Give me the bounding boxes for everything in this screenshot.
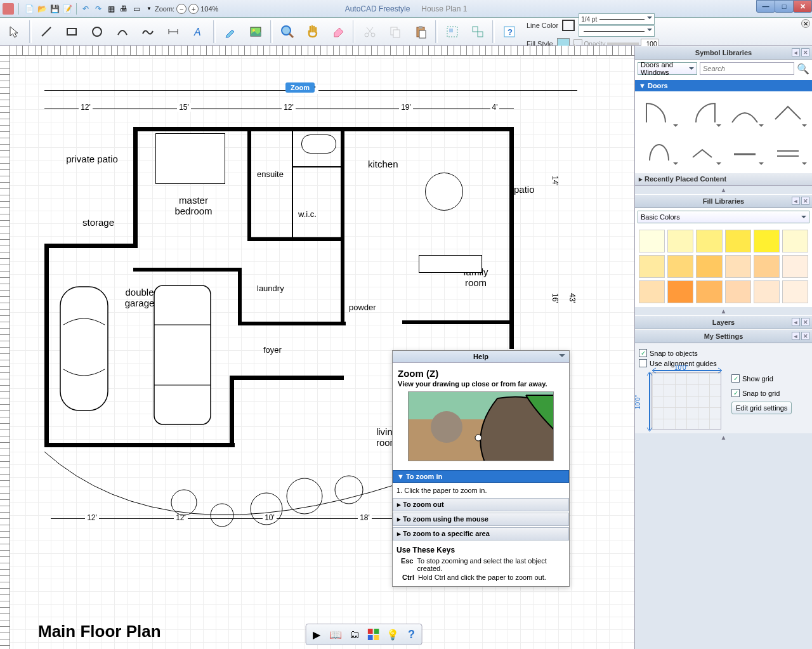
fill-swatch[interactable] xyxy=(725,230,751,252)
zoom-in-button[interactable]: + xyxy=(188,4,199,14)
help-tool[interactable]: ? xyxy=(497,20,521,44)
snap-grid-checkbox[interactable]: ✓ xyxy=(731,389,740,397)
library-icon[interactable]: 🗂 xyxy=(346,626,363,643)
help-section-zoom-mouse[interactable]: ▸ To zoom using the mouse xyxy=(393,513,569,526)
zoom-tool[interactable] xyxy=(275,20,299,44)
fill-swatch[interactable] xyxy=(696,255,722,278)
layout-icon[interactable]: ▦ xyxy=(105,3,117,15)
ungroup-tool[interactable] xyxy=(466,20,490,44)
panel-fill-libraries[interactable]: Fill Libraries◂✕ xyxy=(635,194,812,208)
freehand-tool[interactable] xyxy=(136,20,160,44)
zoom-out-button[interactable]: − xyxy=(176,4,187,14)
help-header[interactable]: Help xyxy=(393,351,569,363)
minimize-button[interactable]: — xyxy=(756,0,775,13)
panel-close-icon[interactable]: ✕ xyxy=(801,48,809,56)
group-tool[interactable] xyxy=(440,20,464,44)
panel-layers[interactable]: Layers◂✕ xyxy=(635,315,812,329)
cut-tool[interactable] xyxy=(358,20,382,44)
door-symbol[interactable] xyxy=(725,133,766,169)
toolbar-close-icon[interactable]: ✕ xyxy=(801,19,810,28)
door-symbol[interactable] xyxy=(768,95,808,131)
help-icon[interactable]: ? xyxy=(403,626,420,643)
door-symbol[interactable] xyxy=(725,95,766,131)
fill-swatch[interactable] xyxy=(725,280,751,303)
drawing-canvas[interactable]: 62' 12' 15' 12' 19' 4' 14' 16' 43' 12' 1… xyxy=(0,46,634,649)
collapse-arrow-icon[interactable]: ▲ xyxy=(635,433,812,649)
print-icon[interactable]: 🖶 xyxy=(118,3,129,15)
redo-icon[interactable]: ↷ xyxy=(93,3,104,15)
select-tool[interactable] xyxy=(3,20,27,44)
accordion-recent[interactable]: ▸ Recently Placed Content xyxy=(635,173,812,186)
line-color-swatch[interactable] xyxy=(562,20,575,31)
page-icon[interactable]: ▭ xyxy=(131,3,142,15)
fill-swatch[interactable] xyxy=(754,230,780,252)
fill-swatch[interactable] xyxy=(782,230,808,252)
fill-category-select[interactable]: Basic Colors xyxy=(638,211,809,223)
door-symbol[interactable] xyxy=(639,133,679,169)
image-tool[interactable] xyxy=(244,20,268,44)
fill-swatch[interactable] xyxy=(667,255,693,278)
fill-swatch[interactable] xyxy=(725,255,751,278)
paste-tool[interactable] xyxy=(409,20,433,44)
apps-icon[interactable] xyxy=(365,626,382,643)
book-icon[interactable]: 📖 xyxy=(327,626,344,643)
save-icon[interactable]: 💾 xyxy=(49,3,60,15)
dimension-tool[interactable] xyxy=(161,20,185,44)
fill-swatch[interactable] xyxy=(696,230,722,252)
help-section-zoom-out[interactable]: ▸ To zoom out xyxy=(393,498,569,511)
help-section-zoom-area[interactable]: ▸ To zoom to a specific area xyxy=(393,527,569,541)
edit-grid-button[interactable]: Edit grid settings xyxy=(731,402,792,414)
undo-icon[interactable]: ↶ xyxy=(80,3,91,15)
door-symbol[interactable] xyxy=(682,133,723,169)
fill-swatch[interactable] xyxy=(782,255,808,278)
symbol-category-select[interactable]: Doors and Windows xyxy=(638,62,697,75)
door-symbol[interactable] xyxy=(639,95,679,131)
fill-swatch[interactable] xyxy=(639,280,665,303)
svg-line-14 xyxy=(367,27,372,34)
copy-tool[interactable] xyxy=(383,20,407,44)
fill-swatch[interactable] xyxy=(667,230,693,252)
pan-tool[interactable] xyxy=(301,20,325,44)
opacity-slider[interactable] xyxy=(607,43,639,45)
fill-swatch[interactable] xyxy=(639,255,665,278)
line-tool[interactable] xyxy=(34,20,58,44)
snap-objects-checkbox[interactable]: ✓ xyxy=(639,349,647,357)
fill-swatch[interactable] xyxy=(667,280,693,303)
arc-tool[interactable] xyxy=(110,20,134,44)
door-symbol[interactable] xyxy=(682,95,723,131)
rectangle-tool[interactable] xyxy=(60,20,84,44)
alignment-guides-checkbox[interactable] xyxy=(639,359,647,367)
door-symbol[interactable] xyxy=(768,133,808,169)
accordion-doors[interactable]: ▼ Doors xyxy=(635,80,812,91)
eraser-tool[interactable] xyxy=(326,20,350,44)
svg-point-34 xyxy=(335,476,363,504)
search-icon[interactable]: 🔍 xyxy=(797,63,809,75)
line-weight-select[interactable]: 1/4 pt xyxy=(579,13,655,25)
panel-symbol-libraries[interactable]: Symbol Libraries◂✕ xyxy=(635,46,812,60)
help-section-zoom-in[interactable]: ▼ To zoom in xyxy=(393,470,569,483)
maximize-button[interactable]: □ xyxy=(775,0,794,13)
edit-icon[interactable]: 📝 xyxy=(62,3,73,15)
svg-point-9 xyxy=(282,26,291,35)
fill-swatch[interactable] xyxy=(639,230,665,252)
panel-my-settings[interactable]: My Settings◂✕ xyxy=(635,329,812,343)
close-button[interactable]: ✕ xyxy=(793,0,812,13)
open-icon[interactable]: 📂 xyxy=(36,3,48,15)
collapse-arrow-icon[interactable]: ▲ xyxy=(635,307,812,315)
fill-swatch[interactable] xyxy=(782,280,808,303)
text-tool[interactable]: A xyxy=(187,20,211,44)
symbol-search-input[interactable] xyxy=(700,62,794,75)
line-style-select[interactable] xyxy=(579,25,655,37)
circle-tool[interactable] xyxy=(85,20,109,44)
fill-swatch[interactable] xyxy=(754,255,780,278)
highlighter-tool[interactable] xyxy=(218,20,242,44)
qat-dropdown-icon[interactable]: ▼ xyxy=(143,3,155,15)
bulb-icon[interactable]: 💡 xyxy=(384,626,401,643)
new-icon[interactable]: 📄 xyxy=(23,3,35,15)
fill-swatch[interactable] xyxy=(696,280,722,303)
panel-prev-icon[interactable]: ◂ xyxy=(792,48,800,56)
collapse-arrow-icon[interactable]: ▲ xyxy=(635,186,812,194)
show-grid-checkbox[interactable]: ✓ xyxy=(731,374,740,383)
play-icon[interactable]: ▶ xyxy=(308,626,325,643)
fill-swatch[interactable] xyxy=(754,280,780,303)
